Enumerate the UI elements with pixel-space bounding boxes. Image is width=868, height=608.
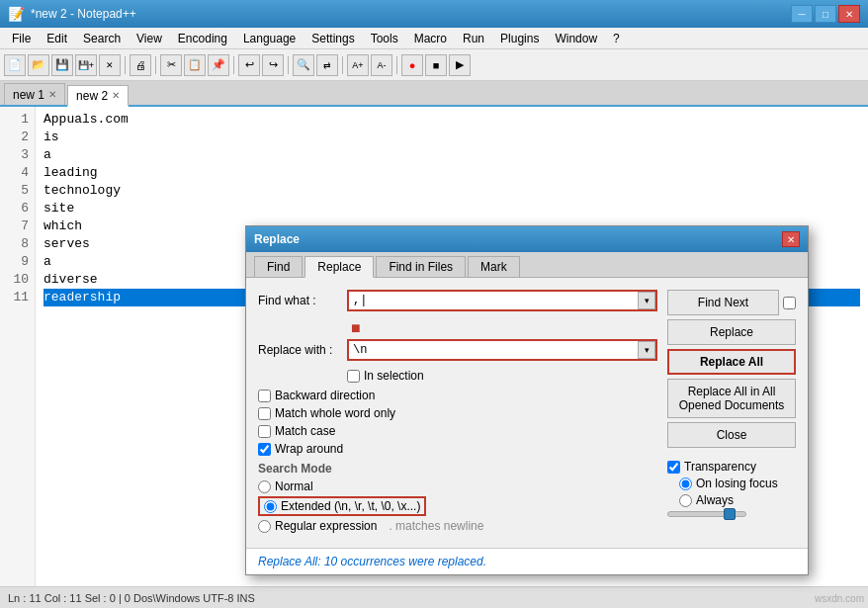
close-dialog-button[interactable]: Close bbox=[667, 422, 796, 448]
menu-bar: File Edit Search View Encoding Language … bbox=[0, 28, 868, 49]
dialog-tab-find[interactable]: Find bbox=[254, 256, 303, 277]
replace-button[interactable]: Replace bbox=[667, 319, 796, 345]
menu-help[interactable]: ? bbox=[605, 30, 628, 47]
find-what-input[interactable] bbox=[347, 290, 657, 311]
line-num-9: 9 bbox=[6, 253, 29, 271]
close-button[interactable]: ✕ bbox=[838, 5, 860, 23]
line-num-10: 10 bbox=[6, 271, 29, 289]
menu-window[interactable]: Window bbox=[547, 30, 605, 47]
replace-input-dropdown[interactable]: ▾ bbox=[638, 341, 655, 359]
whole-word-checkbox[interactable] bbox=[258, 407, 271, 420]
in-selection-checkbox[interactable] bbox=[347, 370, 360, 383]
search-mode-section: Search Mode Normal Extended (\n, \r, \t,… bbox=[258, 462, 657, 533]
on-losing-focus-row: On losing focus bbox=[679, 477, 796, 490]
extended-radio[interactable] bbox=[264, 500, 277, 513]
always-radio[interactable] bbox=[679, 494, 692, 507]
replace-with-input[interactable] bbox=[347, 339, 657, 361]
replace-with-label: Replace with : bbox=[258, 343, 347, 357]
replace-dialog: Replace ✕ Find Replace Find in Files Mar… bbox=[245, 225, 809, 575]
on-losing-focus-radio[interactable] bbox=[679, 478, 692, 490]
menu-language[interactable]: Language bbox=[235, 30, 304, 47]
close-button[interactable]: ✕ bbox=[99, 54, 121, 76]
dialog-close-button[interactable]: ✕ bbox=[782, 231, 800, 247]
zoom-out-button[interactable]: A- bbox=[371, 54, 392, 76]
redo-button[interactable]: ↪ bbox=[262, 54, 284, 76]
transparency-slider-thumb[interactable] bbox=[724, 508, 736, 520]
dialog-tab-mark[interactable]: Mark bbox=[468, 256, 520, 277]
menu-tools[interactable]: Tools bbox=[363, 30, 406, 47]
dialog-title-bar: Replace ✕ bbox=[246, 226, 808, 252]
save-button[interactable]: 💾 bbox=[51, 54, 73, 76]
copy-button[interactable]: 📋 bbox=[184, 54, 206, 76]
paste-button[interactable]: 📌 bbox=[208, 54, 229, 76]
minimize-button[interactable]: ─ bbox=[791, 5, 813, 23]
open-button[interactable]: 📂 bbox=[28, 54, 49, 76]
new-button[interactable]: 📄 bbox=[4, 54, 26, 76]
matches-newline-label: . matches newline bbox=[389, 519, 483, 533]
menu-file[interactable]: File bbox=[4, 30, 39, 47]
dialog-tab-replace[interactable]: Replace bbox=[304, 256, 374, 278]
replace-all-button[interactable]: Replace All bbox=[667, 349, 796, 375]
line-num-3: 3 bbox=[6, 146, 29, 164]
save-all-button[interactable]: 💾+ bbox=[75, 54, 97, 76]
menu-plugins[interactable]: Plugins bbox=[492, 30, 547, 47]
tab-new1-label: new 1 bbox=[13, 88, 44, 102]
find-input-dropdown[interactable]: ▾ bbox=[638, 292, 655, 309]
macro-stop-button[interactable]: ■ bbox=[425, 54, 447, 76]
tab-new2[interactable]: new 2 ✕ bbox=[67, 85, 129, 107]
menu-macro[interactable]: Macro bbox=[406, 30, 455, 47]
extended-radio-row: Extended (\n, \r, \t, \0, \x...) bbox=[258, 496, 657, 516]
macro-play-button[interactable]: ▶ bbox=[449, 54, 471, 76]
find-next-button[interactable]: Find Next bbox=[667, 290, 779, 315]
editor-line-2: is bbox=[43, 129, 860, 146]
print-button[interactable]: 🖨 bbox=[130, 54, 151, 76]
app-icon: 📝 bbox=[8, 6, 25, 22]
regex-label: Regular expression bbox=[275, 519, 377, 533]
dialog-body: Find what : ▾ ■ Replace with : ▾ bbox=[246, 278, 808, 548]
line-num-8: 8 bbox=[6, 235, 29, 253]
menu-search[interactable]: Search bbox=[75, 30, 129, 47]
line-num-6: 6 bbox=[6, 200, 29, 217]
replace-all-docs-button[interactable]: Replace All in All Opened Documents bbox=[667, 379, 796, 418]
status-bar: Ln : 11 Col : 11 Sel : 0 | 0 Dos\Windows… bbox=[0, 586, 868, 608]
watermark: wsxdn.com bbox=[815, 593, 864, 604]
match-case-checkbox[interactable] bbox=[258, 425, 271, 438]
window-controls: ─ □ ✕ bbox=[791, 5, 860, 23]
find-button[interactable]: 🔍 bbox=[293, 54, 314, 76]
replace-button[interactable]: ⇄ bbox=[316, 54, 338, 76]
error-indicator: ■ bbox=[351, 319, 657, 337]
macro-record-button[interactable]: ● bbox=[401, 54, 423, 76]
backward-checkbox[interactable] bbox=[258, 390, 271, 402]
tab-new2-close[interactable]: ✕ bbox=[112, 90, 120, 101]
undo-button[interactable]: ↩ bbox=[238, 54, 260, 76]
regex-radio-row: Regular expression . matches newline bbox=[258, 519, 657, 533]
tab-new1[interactable]: new 1 ✕ bbox=[4, 83, 65, 105]
wrap-around-checkbox[interactable] bbox=[258, 443, 271, 456]
maximize-button[interactable]: □ bbox=[815, 5, 836, 23]
line-num-4: 4 bbox=[6, 164, 29, 182]
dialog-tab-find-files[interactable]: Find in Files bbox=[376, 256, 466, 277]
editor-line-4: leading bbox=[43, 164, 860, 182]
tab-bar: new 1 ✕ new 2 ✕ bbox=[0, 81, 868, 107]
cut-button[interactable]: ✂ bbox=[160, 54, 182, 76]
regex-radio[interactable] bbox=[258, 520, 271, 533]
menu-edit[interactable]: Edit bbox=[39, 30, 75, 47]
find-next-checkbox[interactable] bbox=[783, 297, 796, 309]
menu-encoding[interactable]: Encoding bbox=[170, 30, 235, 47]
normal-label: Normal bbox=[275, 479, 313, 493]
zoom-in-button[interactable]: A+ bbox=[347, 54, 369, 76]
editor-line-5: technology bbox=[43, 182, 860, 200]
backward-label: Backward direction bbox=[275, 389, 375, 402]
transparency-label: Transparency bbox=[684, 460, 756, 474]
separator-6 bbox=[396, 56, 397, 74]
menu-view[interactable]: View bbox=[129, 30, 170, 47]
on-losing-focus-label: On losing focus bbox=[696, 477, 778, 490]
menu-run[interactable]: Run bbox=[455, 30, 492, 47]
in-selection-row: In selection bbox=[347, 369, 657, 383]
menu-settings[interactable]: Settings bbox=[304, 30, 362, 47]
transparency-checkbox[interactable] bbox=[667, 461, 680, 474]
tab-new1-close[interactable]: ✕ bbox=[48, 89, 56, 100]
replace-input-wrap: ▾ bbox=[347, 339, 657, 361]
normal-radio[interactable] bbox=[258, 480, 271, 493]
separator-2 bbox=[155, 56, 156, 74]
